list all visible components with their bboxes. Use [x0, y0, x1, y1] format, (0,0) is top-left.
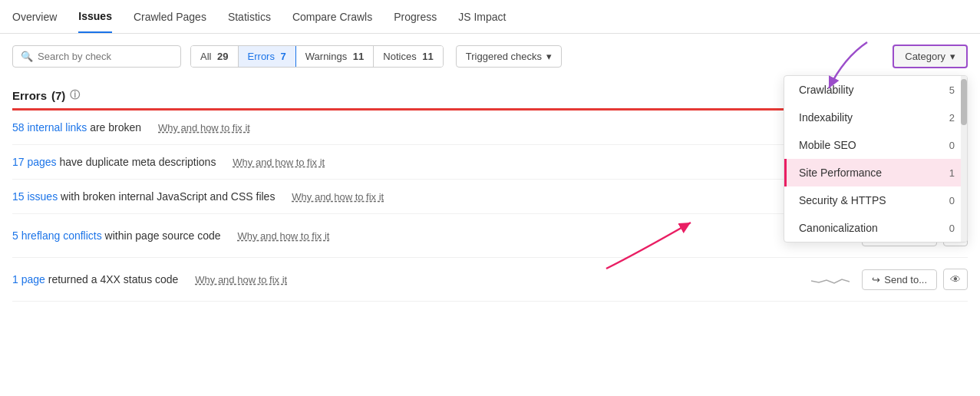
dropdown-item-count: 0: [949, 195, 955, 206]
dropdown-item-crawlability[interactable]: Crawlability 5: [784, 76, 967, 104]
issue-link[interactable]: 15 issues: [12, 190, 58, 203]
dropdown-item-security[interactable]: Security & HTTPS 0: [784, 186, 967, 214]
dropdown-item-site-performance[interactable]: Site Performance 1: [784, 159, 967, 186]
dropdown-item-canonicalization[interactable]: Canonicalization 0: [784, 214, 967, 242]
issue-link[interactable]: 58 internal links: [12, 121, 87, 134]
dropdown-item-label: Site Performance: [799, 167, 882, 179]
dropdown-item-count: 5: [949, 84, 955, 96]
category-btn[interactable]: Category ▾: [893, 45, 968, 68]
dropdown-item-label: Crawlability: [799, 84, 854, 96]
eye-button[interactable]: 👁: [943, 269, 968, 290]
warnings-filter-btn[interactable]: Warnings 11: [296, 46, 375, 67]
dropdown-item-indexability[interactable]: Indexability 2: [784, 104, 967, 131]
errors-count: (7): [51, 89, 65, 102]
errors-label: Errors: [12, 89, 47, 102]
eye-icon: 👁: [950, 273, 961, 285]
dropdown-item-count: 1: [949, 167, 955, 179]
send-to-button[interactable]: ↪ Send to...: [862, 269, 937, 290]
issue-link[interactable]: 5 hreflang conflicts: [12, 229, 102, 242]
scrollbar-thumb: [961, 79, 967, 125]
category-label: Category: [905, 51, 945, 62]
dropdown-item-label: Indexability: [799, 111, 853, 124]
fix-link[interactable]: Why and how to fix it: [238, 230, 330, 242]
dropdown-item-mobile-seo[interactable]: Mobile SEO 0: [784, 131, 967, 159]
dropdown-item-count: 2: [949, 112, 955, 124]
chevron-down-icon: ▾: [546, 51, 552, 62]
nav-item-compare-crawls[interactable]: Compare Crawls: [292, 2, 372, 32]
toolbar: 🔍 All 29 Errors 7 Warnings 11 Notices 11…: [0, 34, 980, 79]
sparkline-icon: [811, 272, 850, 287]
nav-item-overview[interactable]: Overview: [12, 2, 57, 32]
search-icon: 🔍: [21, 51, 33, 62]
issue-text: 5 hreflang conflicts within page source …: [12, 229, 811, 242]
issue-text: 1 page returned a 4XX status code Why an…: [12, 273, 811, 285]
dropdown-item-label: Mobile SEO: [799, 139, 856, 151]
issue-row: 1 page returned a 4XX status code Why an…: [12, 258, 968, 302]
nav-item-progress[interactable]: Progress: [394, 2, 437, 32]
nav-item-crawled-pages[interactable]: Crawled Pages: [134, 2, 206, 32]
send-icon: ↪: [872, 274, 880, 285]
dropdown-item-count: 0: [949, 140, 955, 151]
info-icon[interactable]: ⓘ: [70, 88, 80, 102]
nav-item-statistics[interactable]: Statistics: [228, 2, 271, 32]
all-filter-btn[interactable]: All 29: [191, 46, 239, 67]
dropdown-item-label: Canonicalization: [799, 222, 878, 234]
category-dropdown: Crawlability 5 Indexability 2 Mobile SEO…: [784, 75, 968, 243]
errors-filter-btn[interactable]: Errors 7: [239, 46, 296, 67]
issue-link[interactable]: 17 pages: [12, 156, 57, 168]
fix-link[interactable]: Why and how to fix it: [195, 274, 287, 285]
top-nav: Overview Issues Crawled Pages Statistics…: [0, 0, 980, 34]
chevron-down-icon: ▾: [950, 51, 955, 62]
scrollbar[interactable]: [961, 76, 967, 242]
issue-link[interactable]: 1 page: [12, 273, 45, 285]
triggered-checks-btn[interactable]: Triggered checks ▾: [456, 45, 562, 68]
nav-item-js-impact[interactable]: JS Impact: [458, 2, 506, 32]
dropdown-item-count: 0: [949, 223, 955, 234]
triggered-checks-label: Triggered checks: [466, 51, 542, 62]
nav-item-issues[interactable]: Issues: [78, 1, 112, 33]
search-input[interactable]: [38, 51, 173, 62]
fix-link[interactable]: Why and how to fix it: [233, 157, 325, 168]
fix-link[interactable]: Why and how to fix it: [158, 122, 250, 134]
fix-link[interactable]: Why and how to fix it: [292, 191, 384, 203]
dropdown-item-label: Security & HTTPS: [799, 194, 886, 206]
search-box[interactable]: 🔍: [12, 45, 181, 68]
filter-group: All 29 Errors 7 Warnings 11 Notices 11: [190, 45, 444, 68]
notices-filter-btn[interactable]: Notices 11: [374, 46, 442, 67]
